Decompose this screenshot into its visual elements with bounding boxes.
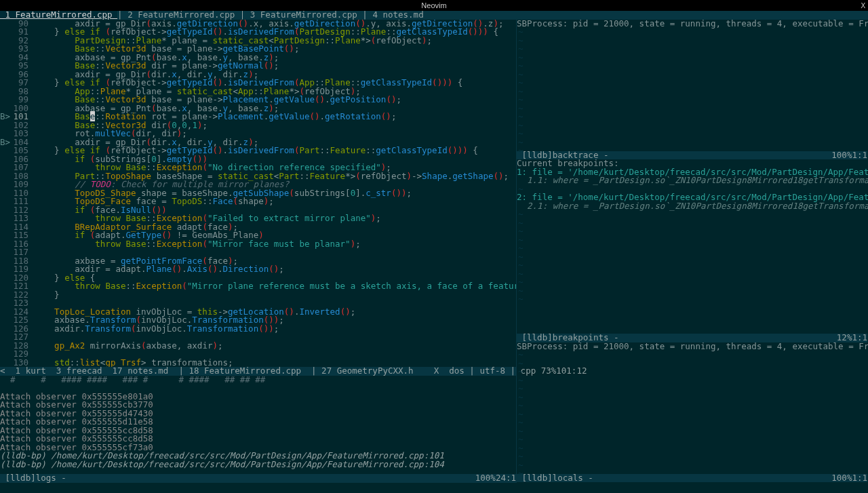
right-column: SBProcess: pid = 21000, state = running,… [517,20,867,483]
tilde: ~ [517,418,867,427]
code-text[interactable] [28,248,34,257]
title-bar: Neovim X [0,0,868,11]
code-text[interactable] [28,350,34,359]
tab-1[interactable]: 2 FeatureMirrored.cpp [123,11,240,20]
breakpoint-gutter[interactable] [0,62,9,71]
tilde: ~ [517,54,867,62]
tilde: ~ [517,435,867,444]
breakpoint-gutter[interactable] [0,265,9,274]
tab-0[interactable]: 1 FeatureMirrored.cpp [0,11,117,20]
breakpoint-gutter[interactable] [0,54,9,62]
breakpoint-gutter[interactable] [0,299,9,308]
lldb-logs-percent: 100% [475,474,496,483]
tilde: ~ [517,452,867,461]
backtrace-pane[interactable]: ~~~~~~~~~~~~~~~~ [517,28,867,151]
tilde: ~ [517,45,867,54]
tilde: ~ [517,461,867,470]
breakpoint-gutter[interactable] [0,214,9,223]
code-editor[interactable]: 90 axdir = gp_Dir(axis.getDirection().x,… [0,20,516,368]
breakpoint-gutter[interactable] [0,206,9,215]
breakpoint-gutter[interactable] [0,172,9,181]
code-text[interactable]: throw Base::Exception("Mirror plane refe… [28,282,516,291]
breakpoint-gutter[interactable]: B> [0,138,9,147]
tilde: ~ [517,295,867,304]
tilde: ~ [517,359,867,368]
lldb-bp-log-line: (lldb-bp) /home/kurt/Desktop/freecad/src… [0,460,516,469]
breakpoint-gutter[interactable] [0,231,9,240]
tilde: ~ [517,138,867,147]
left-column: 90 axdir = gp_Dir(axis.getDirection().x,… [0,20,517,483]
tilde: ~ [517,219,867,228]
tilde: ~ [517,253,867,262]
tilde: ~ [517,270,867,279]
breakpoint-gutter[interactable] [0,163,9,172]
breakpoint-gutter[interactable] [0,342,9,351]
tilde: ~ [517,401,867,410]
lldb-logs-status: [lldb]logs - 100% 24:1 [0,474,516,483]
tilde: ~ [517,28,867,37]
code-line-122[interactable]: 122 } [0,291,516,300]
breakpoint-gutter[interactable] [0,180,9,189]
breakpoints-pane[interactable]: Current breakpoints: 1: file = '/home/ku… [517,159,867,210]
tilde: ~ [517,444,867,453]
tilde: ~ [517,71,867,79]
tilde: ~ [517,210,867,219]
tilde: ~ [517,121,867,130]
window-title: Neovim [421,2,446,9]
code-text[interactable] [28,333,34,342]
breakpoint-gutter[interactable] [0,45,9,54]
code-text[interactable]: } [28,291,60,300]
tilde: ~ [517,351,867,359]
code-text[interactable]: axdir.Transform(invObjLoc.Transformation… [28,325,279,334]
breakpoint-gutter[interactable]: B> [0,113,9,121]
breakpoint-gutter[interactable] [0,155,9,164]
breakpoint-gutter[interactable] [0,282,9,291]
tilde: ~ [517,410,867,419]
breakpoint-gutter[interactable] [0,333,9,342]
tilde: ~ [517,384,867,393]
marks-row: # # #### #### ### # # #### ## ## ## [0,376,516,384]
breakpoint-gutter[interactable] [0,20,9,28]
tilde: ~ [517,104,867,113]
breakpoint-gutter[interactable] [0,146,9,155]
lldb-locals-status: [lldb]locals - 100% 1:1 [517,474,867,483]
command-line[interactable] [0,485,868,494]
breakpoint-gutter[interactable] [0,350,9,359]
locals-pane[interactable]: ~~~~~~~~~~~~~~~~~ [517,351,867,474]
tab-3[interactable]: 4 notes.md [368,11,429,20]
close-button[interactable]: X [861,2,865,9]
code-line-121[interactable]: 121 throw Base::Exception("Mirror plane … [0,282,516,291]
breakpoint-gutter[interactable] [0,96,9,104]
breakpoint-gutter[interactable] [0,308,9,317]
breakpoint-gutter[interactable] [0,71,9,79]
breakpoint-gutter[interactable] [0,197,9,206]
tilde: ~ [517,87,867,96]
code-text[interactable]: gp_Ax2 mirrorAxis(axbase, axdir); [28,342,223,351]
breakpoint-gutter[interactable] [0,189,9,198]
breakpoint-gutter[interactable] [0,28,9,37]
breakpoint-gutter[interactable] [0,121,9,130]
tilde: ~ [517,113,867,121]
code-text[interactable]: throw Base::Exception("Mirror face must … [28,240,361,249]
breakpoint-gutter[interactable] [0,257,9,266]
lldb-logs-pos: 24:1 [496,474,516,483]
breakpoint-gutter[interactable] [0,37,9,45]
code-line-116[interactable]: 116 throw Base::Exception("Mirror face m… [0,240,516,249]
tab-2[interactable]: 3 FeatureMirrored.cpp [245,11,362,20]
lldb-locals-percent: 100% [831,474,852,483]
code-line-126[interactable]: 126 axdir.Transform(invObjLoc.Transforma… [0,325,516,334]
breakpoint-gutter[interactable] [0,240,9,249]
sbprocess-line-bottom: SBProcess: pid = 21000, state = running,… [517,342,867,351]
breakpoint-gutter[interactable] [0,291,9,300]
breakpoint-gutter[interactable] [0,248,9,257]
lldb-logs-pane[interactable]: Attach observer 0x555555e801a0Attach obs… [0,393,516,475]
breakpoint-gutter[interactable] [0,325,9,334]
breakpoint-gutter[interactable] [0,274,9,283]
breakpoint-gutter[interactable] [0,79,9,87]
code-line-128[interactable]: 128 gp_Ax2 mirrorAxis(axbase, axdir); [0,342,516,351]
breakpoint-gutter[interactable] [0,223,9,232]
sbprocess-line-top: SBProcess: pid = 21000, state = running,… [517,20,867,28]
breakpoint-gutter[interactable] [0,87,9,96]
breakpoint-gutter[interactable] [0,316,9,325]
code-text[interactable] [28,299,34,308]
